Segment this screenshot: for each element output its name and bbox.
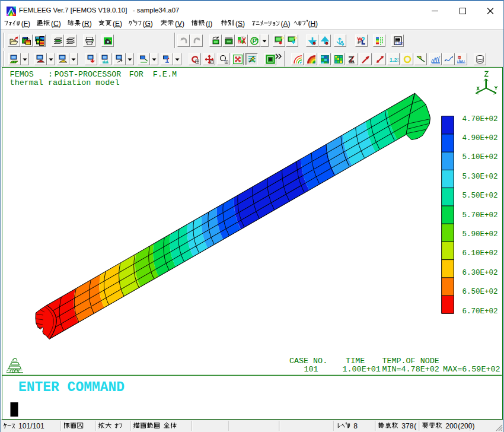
svg-text::: : — [48, 70, 53, 79]
svg-text:5.90E+02: 5.90E+02 — [462, 230, 498, 239]
svg-text:6.30E+02: 6.30E+02 — [462, 269, 498, 277]
svg-text:5.50E+02: 5.50E+02 — [462, 192, 498, 200]
svg-text:6.70E+02: 6.70E+02 — [462, 307, 498, 316]
svg-text:6.10E+02: 6.10E+02 — [462, 249, 498, 258]
svg-text:200: 200 — [445, 422, 457, 430]
svg-text:101/101: 101/101 — [18, 422, 44, 430]
svg-text:MIN=4.78E+02: MIN=4.78E+02 — [382, 365, 439, 374]
svg-text:TIME: TIME — [346, 357, 365, 366]
svg-text:6.50E+02: 6.50E+02 — [462, 288, 498, 296]
svg-text:FEMOS: FEMOS — [10, 70, 34, 79]
svg-text:TEMP.OF NODE: TEMP.OF NODE — [382, 357, 439, 366]
svg-text:5.70E+02: 5.70E+02 — [462, 211, 498, 220]
svg-text:101: 101 — [304, 365, 318, 374]
svg-text:F.E.M: F.E.M — [153, 70, 177, 79]
svg-text:ENTER COMMAND: ENTER COMMAND — [18, 379, 125, 395]
svg-text:5.10E+02: 5.10E+02 — [462, 153, 498, 161]
svg-text:378: 378 — [401, 422, 413, 430]
svg-text:(200): (200) — [458, 422, 474, 430]
svg-text:(: ( — [414, 422, 416, 430]
svg-text:5.30E+02: 5.30E+02 — [462, 173, 498, 181]
svg-text:MAX=6.59E+02: MAX=6.59E+02 — [443, 365, 500, 374]
svg-text:CASE NO.: CASE NO. — [289, 357, 327, 366]
svg-text:8: 8 — [353, 422, 358, 430]
svg-text:POST-PROCESSOR: POST-PROCESSOR — [55, 70, 122, 79]
svg-text:4.70E+02: 4.70E+02 — [462, 115, 498, 123]
svg-text:FOR: FOR — [129, 70, 143, 79]
svg-text:4.90E+02: 4.90E+02 — [462, 134, 498, 142]
svg-text:thermal radiation model: thermal radiation model — [10, 78, 120, 87]
svg-text:1.00E+01: 1.00E+01 — [343, 365, 381, 374]
